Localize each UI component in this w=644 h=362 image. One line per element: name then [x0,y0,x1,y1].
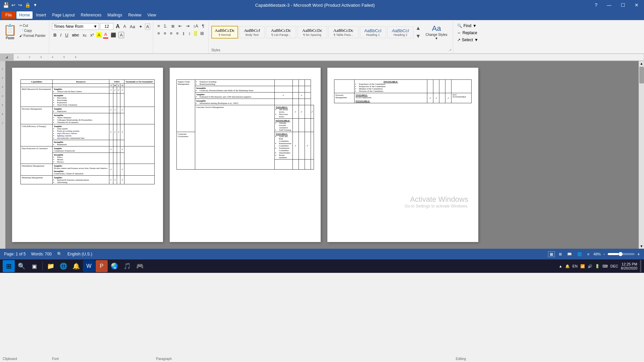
taskbar-chrome[interactable]: 🌏 [108,260,120,272]
taskbar-powerpoint[interactable]: P [96,260,108,272]
zoom-handle[interactable] [619,252,623,256]
view-web-icon[interactable]: 🌐 [576,252,583,257]
menu-item-review[interactable]: Review [125,11,144,19]
font-color-button[interactable]: A [103,31,109,39]
font-shrink-button[interactable]: A [122,23,127,29]
quick-undo[interactable]: ↪ [17,2,23,8]
align-center-button[interactable]: ≡ [162,30,168,37]
scroll-down-button[interactable]: ▼ [639,244,644,249]
page-2[interactable]: Supply-Chain Management Employer brandin… [170,68,321,242]
close-button[interactable]: ✕ [632,2,641,8]
style-tableparagraph[interactable]: AaBbCcDc ¶ Table Para... [328,26,359,38]
quick-dropdown[interactable]: ▼ [33,2,38,8]
select-button[interactable]: ↗ Select ▼ [456,37,480,43]
menu-item-view[interactable]: View [145,11,159,19]
view-fullscreen-icon[interactable]: ⊞ [557,252,563,257]
scroll-thumb[interactable] [639,67,644,83]
tray-sound[interactable]: 🔊 [588,264,592,268]
justify-button[interactable]: ≡ [175,30,180,37]
align-left-button[interactable]: ≡ [156,30,161,37]
change-styles-button[interactable]: Aa Change Styles ▼ [423,23,450,42]
underline-button[interactable]: U [64,32,69,38]
view-outline-icon[interactable]: ≡ [586,252,591,256]
text-effects-button[interactable]: A [145,23,151,30]
borders-button[interactable]: ⊞ [199,30,205,37]
italic-button[interactable]: I [59,32,63,38]
menu-item-home[interactable]: Home [16,11,33,19]
format-painter-button[interactable]: 🖌 Format Painter [19,34,46,38]
increase-indent-button[interactable]: ⇥ [184,23,191,29]
page-1[interactable]: Capabilities Resources VRIO Sustainable … [12,68,163,242]
subscript-button[interactable]: x₂ [82,32,88,38]
align-right-button[interactable]: ≡ [168,30,174,37]
taskbar-music[interactable]: 🎵 [121,260,133,272]
columns-button[interactable]: ⫿ [181,30,186,37]
clear-format-button[interactable]: ✦ [138,23,144,30]
line-spacing-button[interactable]: ↕ [187,30,192,37]
paste-button[interactable]: 📋 Paste [3,23,17,41]
tray-network[interactable]: 📶 [580,264,585,268]
show-desktop-button[interactable] [640,260,641,272]
styles-scroll-up[interactable]: ▲ [415,24,422,32]
style-bodytext[interactable]: AaBbCcI Body Text [239,26,265,38]
taskbar-store[interactable]: 🔔 [70,260,82,272]
view-print-icon[interactable]: ▦ [548,251,555,257]
menu-item-pagelayout[interactable]: Page Layout [49,11,77,19]
styles-expand-button[interactable]: ↗ [449,48,451,52]
task-view-button[interactable]: ▣ [28,260,40,272]
style-nospacing[interactable]: AaBbCcDc ¶ No Spacing [298,26,327,38]
font-name-dropdown[interactable]: ▼ [93,24,97,29]
font-name-selector[interactable]: Times New Rom ▼ [52,23,99,30]
view-read-icon[interactable]: 📖 [566,252,573,257]
scroll-up-button[interactable]: ▲ [639,61,644,66]
zoom-slider[interactable] [608,253,635,255]
styles-scroll-down[interactable]: ▼ [415,33,422,40]
start-button[interactable]: ⊞ [3,260,15,272]
menu-item-file[interactable]: File [1,11,16,19]
sort-button[interactable]: ↕A [192,23,200,29]
zoom-in-button[interactable]: + [637,251,640,257]
style-heading2[interactable]: AaBbCcI Heading 2 [387,26,414,38]
menu-item-insert[interactable]: Insert [33,11,49,19]
vertical-scrollbar[interactable]: ▲ ▼ [639,61,644,249]
taskbar-word[interactable]: W [83,260,95,272]
tray-notification[interactable]: 🔔 [565,264,570,268]
menu-item-references[interactable]: References [78,11,104,19]
tray-expand[interactable]: ▲ [559,264,562,268]
taskbar-file-explorer[interactable]: 📁 [45,260,57,272]
quick-save[interactable]: ↩ [11,2,16,8]
char-shading-button[interactable]: ⬛ [109,32,117,38]
select-dropdown[interactable]: ▼ [474,38,478,42]
strikethrough-button[interactable]: abc [71,32,80,38]
find-button[interactable]: 🔍 Find ▼ [456,23,480,29]
show-hide-button[interactable]: ¶ [201,23,206,29]
style-listparagraph[interactable]: AaBbCcDc ¶ List Paragr... [266,26,296,38]
menu-item-mailings[interactable]: Mailings [105,11,125,19]
font-size-selector[interactable]: 12 [100,23,113,30]
minimize-button[interactable]: — [604,2,614,8]
taskbar-edge[interactable]: 🌐 [57,260,69,272]
shading-button[interactable]: ░ [193,31,198,36]
search-button[interactable]: 🔍 [15,260,28,272]
style-normal[interactable]: AaBbCcDc ¶ Normal [211,26,238,39]
decrease-indent-button[interactable]: ⇤ [177,23,183,29]
copy-button[interactable]: 📄 Copy [19,28,46,33]
zoom-out-button[interactable]: - [603,251,605,257]
text-highlight-button[interactable]: A [96,32,102,38]
taskbar-xbox[interactable]: 🎮 [134,260,146,272]
superscript-button[interactable]: x² [89,32,95,38]
page-3[interactable]: INTANGIBLE: Experience of the Committees… [327,68,478,242]
style-heading1[interactable]: AaBbCcI Heading 1 [360,26,386,38]
numbering-button[interactable]: 1. [162,23,169,29]
bold-button[interactable]: B [52,32,58,38]
multilevel-button[interactable]: ≣ [170,23,176,29]
help-icon[interactable]: ? [592,2,600,8]
quick-lock[interactable]: 🔒 [24,2,31,8]
bullets-button[interactable]: ≡ [156,23,161,29]
change-case-button[interactable]: Aa [128,23,137,30]
maximize-button[interactable]: ☐ [618,2,628,8]
char-border-button[interactable]: A [118,32,124,38]
font-grow-button[interactable]: A [114,23,121,30]
find-dropdown[interactable]: ▼ [473,23,477,28]
cut-button[interactable]: ✂ Cut [19,23,46,28]
